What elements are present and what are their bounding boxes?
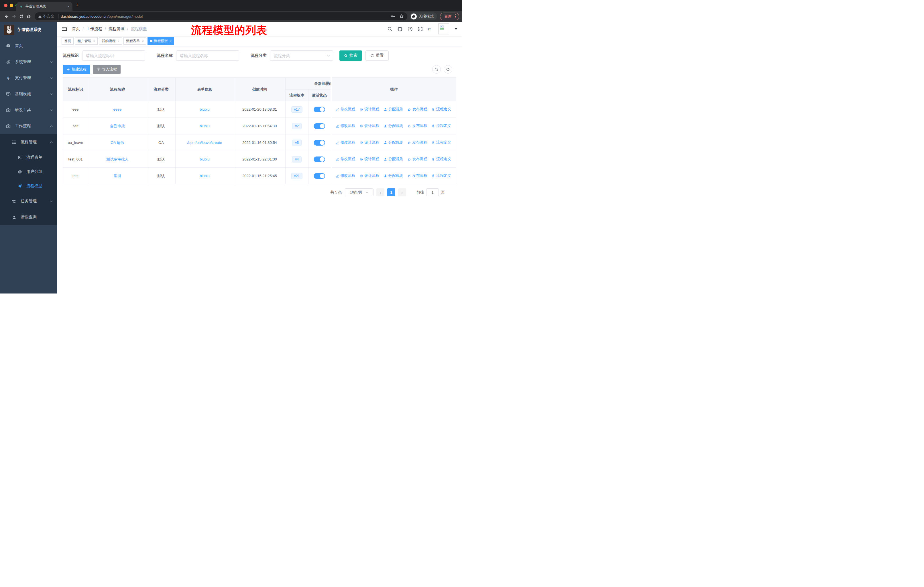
page-number-button[interactable]: 1 (387, 189, 395, 196)
next-page-button[interactable]: › (398, 189, 406, 196)
active-toggle[interactable] (314, 173, 325, 179)
process-definition-link[interactable]: 流程定义 (431, 140, 451, 145)
tag-close-icon[interactable]: × (117, 39, 119, 43)
form-info-link[interactable]: biubiu (200, 174, 210, 178)
process-definition-link[interactable]: 流程定义 (431, 173, 451, 178)
delete-process-link[interactable]: 删除 (455, 123, 456, 128)
breadcrumb-item[interactable]: 流程管理 (109, 26, 125, 31)
back-icon[interactable] (4, 14, 9, 19)
design-process-link[interactable]: 设计流程 (360, 140, 379, 145)
caret-down-icon[interactable] (455, 28, 457, 30)
forward-icon[interactable] (12, 14, 16, 19)
active-toggle[interactable] (314, 107, 325, 112)
sidebar-item-task-mgmt[interactable]: 任务管理 (0, 193, 57, 209)
form-info-link[interactable]: biubiu (200, 157, 210, 161)
sidebar-item-user-group[interactable]: 用户分组 (0, 165, 57, 179)
design-process-link[interactable]: 设计流程 (360, 173, 379, 178)
tab-close-icon[interactable]: × (67, 4, 69, 8)
tag-process-form[interactable]: 流程表单× (124, 37, 146, 45)
process-name-input[interactable] (176, 50, 239, 61)
address-bar[interactable]: 不安全 dashboard.yudao.iocoder.cn/bpm/manag… (35, 12, 407, 20)
publish-process-link[interactable]: 发布流程 (407, 107, 427, 112)
edit-process-link[interactable]: 修改流程 (336, 107, 355, 112)
font-size-icon[interactable]: tT (427, 26, 433, 31)
prev-page-button[interactable]: ‹ (376, 189, 384, 196)
publish-process-link[interactable]: 发布流程 (407, 173, 427, 178)
search-button[interactable]: 搜索 (340, 50, 362, 61)
assign-rule-link[interactable]: 分配规则 (383, 157, 403, 162)
process-definition-link[interactable]: 流程定义 (431, 107, 451, 112)
design-process-link[interactable]: 设计流程 (360, 123, 379, 128)
delete-process-link[interactable]: 删除 (455, 107, 456, 112)
fullscreen-icon[interactable] (417, 26, 423, 31)
sidebar-item-process-mgmt[interactable]: 流程管理 (0, 134, 57, 150)
edit-process-link[interactable]: 修改流程 (336, 140, 355, 145)
new-tab-button[interactable]: + (76, 2, 79, 8)
publish-process-link[interactable]: 发布流程 (407, 140, 427, 145)
assign-rule-link[interactable]: 分配规则 (383, 173, 403, 178)
form-info-link[interactable]: /bpm/oa/leave/create (187, 141, 222, 145)
tag-close-icon[interactable]: × (170, 39, 171, 43)
process-definition-link[interactable]: 流程定义 (431, 157, 451, 162)
sidebar-item-process-model[interactable]: 流程模型 (0, 179, 57, 193)
search-icon[interactable] (387, 26, 393, 31)
design-process-link[interactable]: 设计流程 (360, 157, 379, 162)
goto-page-input[interactable] (426, 189, 439, 196)
refresh-table-button[interactable] (444, 65, 452, 74)
sidebar-item-leave-query[interactable]: 请假查询 (0, 209, 57, 225)
create-process-button[interactable]: 新建流程 (63, 65, 90, 74)
form-info-link[interactable]: biubiu (200, 124, 210, 128)
edit-process-link[interactable]: 修改流程 (336, 157, 355, 162)
sidebar-item-infra[interactable]: 基础设施 (0, 86, 57, 102)
tag-close-icon[interactable]: × (93, 39, 95, 43)
reset-button[interactable]: 重置 (365, 50, 389, 61)
sidebar-item-system[interactable]: 系统管理 (0, 54, 57, 70)
fold-sidebar-icon[interactable] (61, 26, 67, 32)
sidebar-item-payment[interactable]: ¥ 支付管理 (0, 70, 57, 86)
assign-rule-link[interactable]: 分配规则 (383, 107, 403, 112)
process-key-input[interactable] (82, 50, 145, 61)
form-info-link[interactable]: biubiu (200, 107, 210, 111)
process-category-select[interactable] (270, 50, 333, 61)
assign-rule-link[interactable]: 分配规则 (383, 140, 403, 145)
publish-process-link[interactable]: 发布流程 (407, 123, 427, 128)
process-name-link[interactable]: 自己审批 (110, 124, 125, 128)
star-icon[interactable] (399, 14, 404, 19)
edit-process-link[interactable]: 修改流程 (336, 123, 355, 128)
process-name-link[interactable]: 测试多审批人 (106, 157, 129, 161)
minimize-window-button[interactable] (10, 4, 13, 7)
help-icon[interactable]: ? (408, 26, 413, 31)
import-process-button[interactable]: 导入流程 (93, 65, 120, 74)
show-search-button[interactable] (432, 65, 441, 74)
sidebar-item-process-form[interactable]: 流程表单 (0, 150, 57, 165)
sidebar-item-home[interactable]: 首页 (0, 38, 57, 54)
tag-my-process[interactable]: 我的流程× (99, 37, 122, 45)
github-icon[interactable] (397, 26, 403, 32)
active-toggle[interactable] (314, 140, 325, 146)
process-name-link[interactable]: 滔博 (114, 174, 121, 178)
home-icon[interactable] (26, 14, 31, 19)
breadcrumb-item[interactable]: 首页 (72, 26, 80, 31)
security-label[interactable]: 不安全 (43, 14, 54, 19)
process-name-link[interactable]: OA 请假 (111, 141, 124, 145)
kebab-menu-icon[interactable] (455, 14, 456, 18)
breadcrumb-item[interactable]: 工作流程 (86, 26, 102, 31)
tag-tenant[interactable]: 租户管理× (75, 37, 98, 45)
sidebar-item-devtools[interactable]: 研发工具 (0, 102, 57, 118)
delete-process-link[interactable]: 删除 (455, 140, 456, 145)
assign-rule-link[interactable]: 分配规则 (383, 123, 403, 128)
tag-process-model[interactable]: 流程模型× (147, 37, 174, 45)
process-name-link[interactable]: eeee (114, 107, 122, 111)
active-toggle[interactable] (314, 123, 325, 129)
tag-close-icon[interactable]: × (142, 39, 144, 43)
sidebar-item-workflow[interactable]: 工作流程 (0, 118, 57, 134)
key-icon[interactable] (391, 14, 395, 19)
delete-process-link[interactable]: 删除 (455, 173, 456, 178)
close-window-button[interactable] (4, 4, 7, 7)
page-size-select[interactable]: 10条/页 (345, 189, 373, 196)
edit-process-link[interactable]: 修改流程 (336, 173, 355, 178)
browser-tab[interactable]: 芋道管理系统 × (16, 2, 73, 11)
avatar[interactable] (438, 23, 449, 35)
tag-home[interactable]: 首页 (61, 37, 74, 45)
active-toggle[interactable] (314, 157, 325, 162)
